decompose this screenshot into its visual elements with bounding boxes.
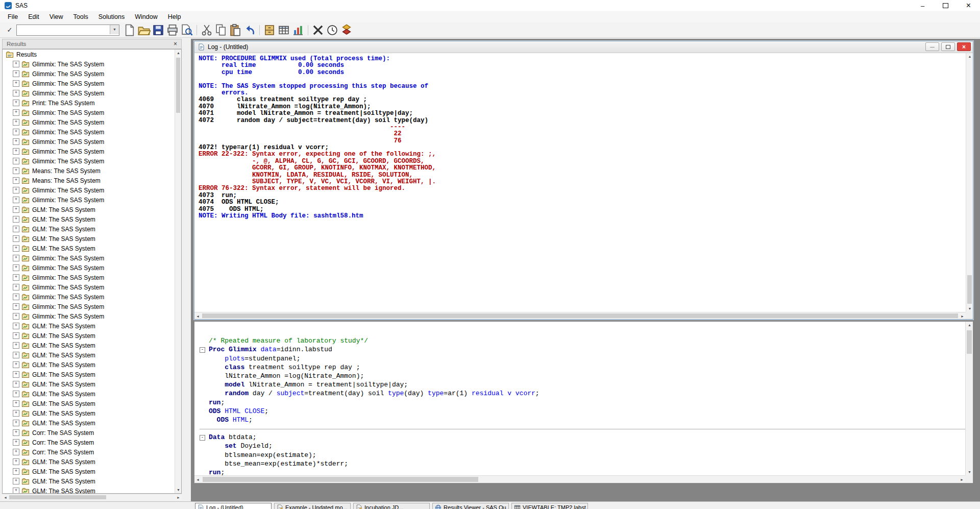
log-maximize-button[interactable] xyxy=(941,42,955,51)
tree-item[interactable]: +Glimmix: The SAS System xyxy=(3,59,181,69)
command-input[interactable] xyxy=(18,26,111,35)
undo-button[interactable] xyxy=(243,23,256,37)
expand-toggle-icon[interactable]: + xyxy=(13,323,19,329)
expand-toggle-icon[interactable]: + xyxy=(13,70,19,77)
expand-toggle-icon[interactable]: + xyxy=(13,371,19,378)
log-vertical-scrollbar[interactable]: ▲ ▼ xyxy=(966,53,973,312)
window-tab[interactable]: Incubation JD... xyxy=(353,503,430,509)
expand-toggle-icon[interactable]: + xyxy=(13,352,19,358)
expand-toggle-icon[interactable]: + xyxy=(13,420,19,426)
tree-item[interactable]: +Glimmix: The SAS System xyxy=(3,253,181,263)
tree-item[interactable]: +Glimmix: The SAS System xyxy=(3,108,181,117)
menu-window[interactable]: Window xyxy=(130,11,162,22)
scroll-up-icon[interactable]: ▲ xyxy=(175,50,182,56)
editor-vertical-scrollbar[interactable]: ▲ ▼ xyxy=(965,322,973,475)
tree-item[interactable]: +GLM: The SAS System xyxy=(3,331,181,341)
tree-item[interactable]: +Glimmix: The SAS System xyxy=(3,311,181,321)
tree-item[interactable]: +Corr: The SAS System xyxy=(3,447,181,457)
scroll-left-icon[interactable]: ◄ xyxy=(194,312,201,320)
expand-toggle-icon[interactable]: + xyxy=(13,255,19,261)
tree-vertical-scrollbar[interactable]: ▲ ▼ xyxy=(175,50,181,493)
tree-item[interactable]: +GLM: The SAS System xyxy=(3,408,181,418)
menu-help[interactable]: Help xyxy=(163,11,186,22)
tree-item[interactable]: +Corr: The SAS System xyxy=(3,438,181,447)
tree-item[interactable]: +GLM: The SAS System xyxy=(3,321,181,331)
fold-toggle-icon[interactable]: - xyxy=(200,435,205,441)
scroll-thumb[interactable] xyxy=(176,58,180,113)
expand-toggle-icon[interactable]: + xyxy=(13,245,19,252)
expand-toggle-icon[interactable]: + xyxy=(13,138,19,145)
log-close-button[interactable]: × xyxy=(957,42,971,51)
scroll-left-icon[interactable]: ◄ xyxy=(194,476,201,483)
expand-toggle-icon[interactable]: + xyxy=(13,167,19,174)
tree-item[interactable]: +GLM: The SAS System xyxy=(3,234,181,244)
expand-toggle-icon[interactable]: + xyxy=(13,61,19,67)
tree-item[interactable]: +Glimmix: The SAS System xyxy=(3,273,181,282)
scroll-thumb[interactable] xyxy=(967,275,972,304)
scroll-up-icon[interactable]: ▲ xyxy=(966,53,973,60)
tree-item[interactable]: +GLM: The SAS System xyxy=(3,379,181,389)
graphics-button[interactable] xyxy=(291,23,305,37)
scroll-left-icon[interactable]: ◄ xyxy=(2,494,9,501)
paste-button[interactable] xyxy=(229,23,242,37)
new-document-button[interactable] xyxy=(123,23,136,37)
tree-item[interactable]: +GLM: The SAS System xyxy=(3,389,181,399)
expand-toggle-icon[interactable]: + xyxy=(13,100,19,106)
tree-item[interactable]: +Print: The SAS System xyxy=(3,98,181,108)
expand-toggle-icon[interactable]: + xyxy=(13,410,19,417)
expand-toggle-icon[interactable]: + xyxy=(13,400,19,407)
log-horizontal-scrollbar[interactable]: ◄ ► xyxy=(194,312,966,319)
tree-item[interactable]: +Glimmix: The SAS System xyxy=(3,195,181,205)
scroll-right-icon[interactable]: ► xyxy=(959,312,966,320)
tree-item[interactable]: +Glimmix: The SAS System xyxy=(3,147,181,156)
expand-toggle-icon[interactable]: + xyxy=(13,284,19,290)
tree-item[interactable]: +Glimmix: The SAS System xyxy=(3,156,181,166)
log-minimize-button[interactable]: — xyxy=(925,42,939,51)
expand-toggle-icon[interactable]: + xyxy=(13,488,19,494)
tree-root-item[interactable]: Results xyxy=(3,50,181,59)
expand-toggle-icon[interactable]: + xyxy=(13,274,19,281)
tree-item[interactable]: +Glimmix: The SAS System xyxy=(3,127,181,137)
expand-toggle-icon[interactable]: + xyxy=(13,313,19,320)
expand-toggle-icon[interactable]: + xyxy=(13,429,19,436)
expand-toggle-icon[interactable]: + xyxy=(13,148,19,155)
expand-toggle-icon[interactable]: + xyxy=(13,206,19,213)
expand-toggle-icon[interactable]: + xyxy=(13,391,19,397)
tree-item[interactable]: +Glimmix: The SAS System xyxy=(3,292,181,302)
tree-item[interactable]: +GLM: The SAS System xyxy=(3,360,181,370)
expand-toggle-icon[interactable]: + xyxy=(13,119,19,126)
editor-horizontal-scrollbar[interactable]: ◄ ► xyxy=(194,475,965,483)
tree-item[interactable]: +Glimmix: The SAS System xyxy=(3,117,181,127)
tree-item[interactable]: +GLM: The SAS System xyxy=(3,399,181,408)
expand-toggle-icon[interactable]: + xyxy=(13,109,19,116)
expand-toggle-icon[interactable]: + xyxy=(13,381,19,387)
tree-item[interactable]: +GLM: The SAS System xyxy=(3,486,181,494)
editor-content[interactable]: /* Rpeated measure of laboratory study*/… xyxy=(194,322,965,475)
copy-button[interactable] xyxy=(214,23,228,37)
tree-item[interactable]: +Glimmix: The SAS System xyxy=(3,88,181,98)
expand-toggle-icon[interactable]: + xyxy=(13,294,19,300)
chevron-down-icon[interactable]: ▼ xyxy=(110,25,119,34)
tree-item[interactable]: +GLM: The SAS System xyxy=(3,457,181,467)
expand-toggle-icon[interactable]: + xyxy=(13,216,19,223)
window-tab[interactable]: Example - Updated mo... xyxy=(274,503,351,509)
tree-item[interactable]: +Corr: The SAS System xyxy=(3,428,181,438)
expand-toggle-icon[interactable]: + xyxy=(13,177,19,184)
open-button[interactable] xyxy=(137,23,151,37)
fold-toggle-icon[interactable]: - xyxy=(200,347,205,353)
tree-item[interactable]: +Glimmix: The SAS System xyxy=(3,69,181,79)
scroll-thumb[interactable] xyxy=(202,313,958,318)
new-library-button[interactable] xyxy=(263,23,276,37)
menu-edit[interactable]: Edit xyxy=(23,11,44,22)
tree-item[interactable]: +GLM: The SAS System xyxy=(3,418,181,428)
scroll-down-icon[interactable]: ▼ xyxy=(966,469,973,475)
expand-toggle-icon[interactable]: + xyxy=(13,80,19,87)
scroll-up-icon[interactable]: ▲ xyxy=(966,322,973,328)
scroll-right-icon[interactable]: ► xyxy=(959,476,965,483)
tree-item[interactable]: +GLM: The SAS System xyxy=(3,341,181,350)
tree-item[interactable]: +GLM: The SAS System xyxy=(3,370,181,379)
log-content[interactable]: NOTE: PROCEDURE GLIMMIX used (Total proc… xyxy=(194,53,966,312)
expand-toggle-icon[interactable]: + xyxy=(13,303,19,310)
expand-toggle-icon[interactable]: + xyxy=(13,449,19,455)
expand-toggle-icon[interactable]: + xyxy=(13,478,19,484)
